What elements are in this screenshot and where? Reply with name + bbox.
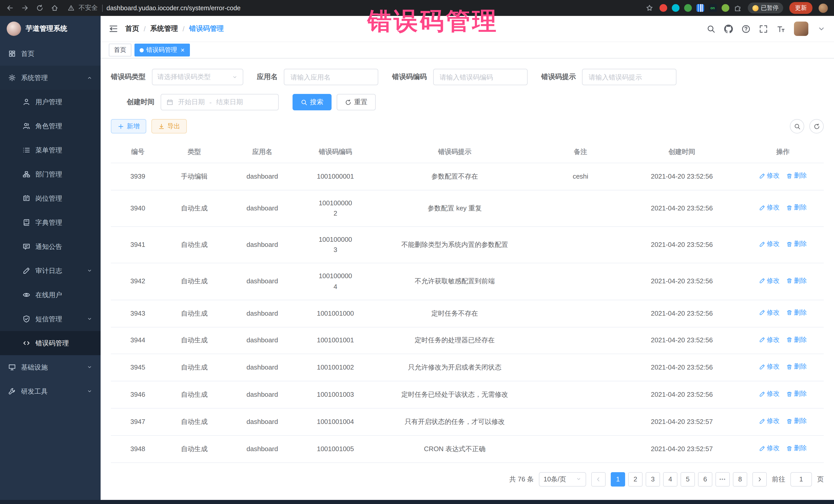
extension-icon-red[interactable] — [659, 4, 667, 12]
logo-row[interactable]: 芋道管理系统 — [0, 16, 101, 42]
delete-button[interactable]: 删除 — [786, 308, 807, 318]
edit-button[interactable]: 修改 — [759, 416, 780, 426]
delete-button[interactable]: 删除 — [786, 389, 807, 399]
pager-more[interactable]: ••• — [716, 472, 730, 486]
error-code-input[interactable] — [433, 69, 527, 85]
cell-id: 3941 — [111, 226, 165, 263]
sidebar-item[interactable]: 首页 — [0, 42, 101, 66]
date-range-picker[interactable]: 开始日期 - 结束日期 — [161, 94, 279, 110]
delete-button[interactable]: 删除 — [786, 335, 807, 345]
create-time-label: 创建时间 — [127, 97, 154, 107]
search-icon[interactable] — [707, 24, 716, 33]
delete-button[interactable]: 删除 — [786, 276, 807, 286]
next-page-button[interactable] — [752, 472, 767, 486]
add-button[interactable]: 新增 — [111, 119, 146, 133]
refresh-table-button[interactable] — [809, 119, 824, 133]
prev-page-button[interactable] — [591, 472, 606, 486]
sidebar-item[interactable]: 部门管理 — [0, 162, 101, 186]
delete-button[interactable]: 删除 — [786, 416, 807, 426]
page-number-button[interactable]: 8 — [733, 472, 747, 486]
page-number-button[interactable]: 2 — [628, 472, 642, 486]
home-icon[interactable] — [51, 4, 59, 12]
update-button[interactable]: 更新 — [789, 2, 812, 14]
chevron-left-icon — [595, 476, 601, 482]
page-number-button[interactable]: 6 — [698, 472, 712, 486]
edit-icon — [759, 278, 765, 284]
sidebar-item[interactable]: 岗位管理 — [0, 186, 101, 211]
github-icon[interactable] — [724, 24, 733, 33]
caret-down-icon[interactable] — [817, 24, 826, 33]
fold-icon[interactable] — [109, 24, 118, 34]
delete-button[interactable]: 删除 — [786, 239, 807, 249]
error-msg-input[interactable] — [582, 69, 676, 85]
page-number-button[interactable]: 1 — [611, 472, 625, 486]
column-header: 操作 — [742, 141, 824, 163]
edit-button[interactable]: 修改 — [759, 203, 780, 213]
sidebar-item[interactable]: 基础设施 — [0, 355, 101, 379]
sidebar-item[interactable]: 系统管理 — [0, 66, 101, 90]
sidebar-item[interactable]: 错误码管理 — [0, 331, 101, 355]
column-header: 错误码提示 — [370, 141, 540, 163]
forward-icon[interactable] — [21, 4, 29, 12]
page-number-button[interactable]: 3 — [646, 472, 660, 486]
user-avatar[interactable] — [794, 22, 808, 36]
edit-button[interactable]: 修改 — [759, 239, 780, 249]
sidebar-item[interactable]: 角色管理 — [0, 114, 101, 138]
address-bar[interactable]: 不安全 dashboard.yudao.iocoder.cn/system/er… — [65, 4, 653, 12]
edit-button[interactable]: 修改 — [759, 171, 780, 181]
font-size-icon[interactable] — [776, 24, 785, 33]
edit-button[interactable]: 修改 — [759, 276, 780, 286]
browser-profile-avatar[interactable] — [819, 3, 828, 13]
star-icon[interactable] — [645, 4, 653, 12]
delete-button[interactable]: 删除 — [786, 443, 807, 454]
edit-button[interactable]: 修改 — [759, 362, 780, 372]
goto-page-input[interactable] — [790, 472, 812, 486]
page-number-button[interactable]: 4 — [663, 472, 678, 486]
export-button[interactable]: 导出 — [151, 119, 187, 133]
sidebar-item[interactable]: 用户管理 — [0, 90, 101, 114]
edit-button[interactable]: 修改 — [759, 389, 780, 399]
paused-badge[interactable]: 已暂停 — [748, 3, 783, 13]
sidebar-item[interactable]: 通知公告 — [0, 235, 101, 259]
reset-button[interactable]: 重置 — [337, 94, 376, 110]
reload-icon[interactable] — [36, 4, 44, 12]
extension-icon-teal[interactable] — [672, 4, 679, 12]
app-name-input[interactable] — [284, 69, 378, 85]
breadcrumb-item[interactable]: 系统管理 — [150, 24, 178, 34]
question-icon[interactable] — [742, 24, 750, 33]
role-icon — [23, 122, 30, 130]
cell-msg: 定时任务已经处于该状态，无需修改 — [370, 381, 540, 408]
extension-icon-leaf[interactable] — [721, 4, 729, 12]
puzzle-icon[interactable] — [734, 4, 741, 12]
column-header: 应用名 — [224, 141, 301, 163]
edit-button[interactable]: 修改 — [759, 443, 780, 454]
cell-type: 自动生成 — [165, 381, 224, 408]
close-icon[interactable]: × — [181, 47, 184, 53]
delete-button[interactable]: 删除 — [786, 362, 807, 372]
page-tab[interactable]: 错误码管理× — [134, 44, 190, 57]
page-size-select[interactable]: 10条/页 — [539, 472, 586, 486]
back-icon[interactable] — [6, 4, 14, 12]
toggle-search-button[interactable] — [790, 119, 804, 133]
sidebar-item[interactable]: 在线用户 — [0, 283, 101, 307]
extension-icon-on[interactable]: on — [708, 4, 717, 12]
sidebar-item[interactable]: 菜单管理 — [0, 138, 101, 162]
delete-button[interactable]: 删除 — [786, 203, 807, 213]
sidebar-item[interactable]: 字典管理 — [0, 211, 101, 235]
delete-button-label: 删除 — [794, 308, 807, 318]
delete-button[interactable]: 删除 — [786, 171, 807, 181]
breadcrumb-item[interactable]: 首页 — [125, 24, 139, 34]
sidebar-item[interactable]: 研发工具 — [0, 379, 101, 403]
page-number-button[interactable]: 5 — [681, 472, 695, 486]
error-type-select[interactable]: 请选择错误码类型 — [152, 69, 243, 85]
extension-icon-bars[interactable] — [696, 4, 704, 12]
fullscreen-icon[interactable] — [759, 24, 768, 33]
url-text: dashboard.yudao.iocoder.cn/system/error-… — [107, 4, 241, 12]
sidebar-item[interactable]: 审计日志 — [0, 259, 101, 283]
edit-button[interactable]: 修改 — [759, 335, 780, 345]
search-button[interactable]: 搜索 — [292, 94, 332, 110]
sidebar-item[interactable]: 短信管理 — [0, 307, 101, 331]
extension-icon-green[interactable] — [684, 4, 692, 12]
edit-button[interactable]: 修改 — [759, 308, 780, 318]
page-tab[interactable]: 首页 — [109, 44, 131, 57]
